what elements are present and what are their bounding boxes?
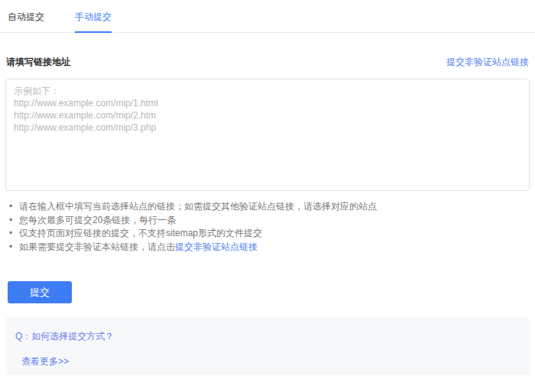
note-text: 您每次最多可提交20条链接，每行一条 [19,215,176,225]
note-item: 仅支持页面对应链接的提交，不支持sitemap形式的文件提交 [9,227,529,241]
note-unverified-site-link[interactable]: 提交非验证站点链接 [175,241,258,252]
note-text: 请在输入框中填写当前选择站点的链接；如需提交其他验证站点链接，请选择对应的站点 [19,201,377,212]
note-text: 仅支持页面对应链接的提交，不支持sitemap形式的文件提交 [19,228,262,238]
submission-notes: 请在输入框中填写当前选择站点的链接；如需提交其他验证站点链接，请选择对应的站点 … [9,200,529,254]
link-address-label: 请填写链接地址 [6,56,70,69]
form-header: 请填写链接地址 提交非验证站点链接 [6,56,529,69]
manual-submit-page: 自动提交 手动提交 请填写链接地址 提交非验证站点链接 请在输入框中填写当前选择… [0,0,535,392]
note-item: 如果需要提交非验证本站链接，请点击提交非验证站点链接 [9,241,529,254]
note-item: 您每次最多可提交20条链接，每行一条 [9,214,529,228]
tab-auto-submit[interactable]: 自动提交 [8,11,44,32]
submit-unverified-site-link[interactable]: 提交非验证站点链接 [446,56,529,69]
qa-box: Q：如何选择提交方式？ 查看更多>> [6,317,529,375]
tab-bar: 自动提交 手动提交 [0,0,535,33]
note-text: 如果需要提交非验证本站链接，请点击 [19,241,175,252]
note-item: 请在输入框中填写当前选择站点的链接；如需提交其他验证站点链接，请选择对应的站点 [9,200,529,214]
qa-see-more-link[interactable]: 查看更多>> [21,355,69,368]
link-input-textarea[interactable] [5,79,530,191]
qa-question-link[interactable]: Q：如何选择提交方式？ [15,330,114,343]
tab-manual-submit[interactable]: 手动提交 [75,11,112,33]
submit-button[interactable]: 提交 [8,281,72,303]
